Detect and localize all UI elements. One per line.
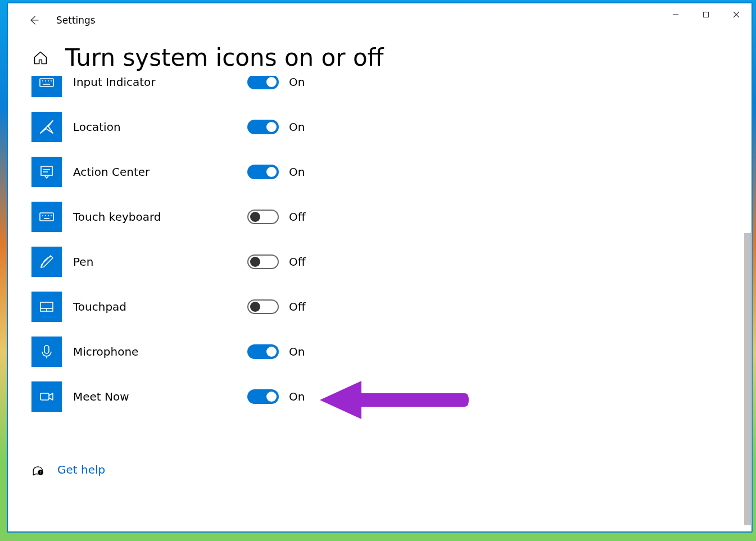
setting-row: TouchpadOff <box>31 292 752 322</box>
setting-label: Touch keyboard <box>73 210 247 224</box>
toggle-knob <box>250 302 260 312</box>
toggle-switch[interactable] <box>247 344 279 359</box>
toggle-state-label: Off <box>289 210 306 224</box>
home-button[interactable] <box>31 49 49 67</box>
toggle-switch[interactable] <box>247 165 279 179</box>
toggle-state-label: On <box>289 165 305 179</box>
content-scroll-area[interactable]: Input IndicatorOnLocationOnAction Center… <box>8 76 752 531</box>
maximize-button[interactable] <box>691 3 721 26</box>
pen-icon <box>31 247 62 277</box>
setting-row: Input IndicatorOn <box>31 76 752 97</box>
toggle-state-label: On <box>289 76 305 89</box>
microphone-icon <box>31 337 62 367</box>
help-icon <box>31 462 46 477</box>
toggle-switch[interactable] <box>247 76 279 89</box>
svg-rect-1 <box>704 12 709 17</box>
toggle-group: On <box>247 76 305 89</box>
toggle-state-label: Off <box>289 255 306 269</box>
meet-now-icon <box>31 381 62 412</box>
toggle-group: Off <box>247 210 306 224</box>
toggle-state-label: On <box>289 390 305 403</box>
get-help-link[interactable]: Get help <box>57 463 105 476</box>
touch-keyboard-icon <box>31 202 62 232</box>
setting-label: Location <box>73 120 247 134</box>
scrollbar-track[interactable] <box>744 76 752 531</box>
action-center-icon <box>31 157 62 187</box>
toggle-state-label: On <box>289 120 305 134</box>
scrollbar-thumb[interactable] <box>744 233 751 525</box>
toggle-knob <box>266 77 277 87</box>
toggle-switch[interactable] <box>247 389 279 404</box>
toggle-knob <box>250 257 260 267</box>
toggle-switch[interactable] <box>247 120 279 134</box>
toggle-knob <box>266 167 277 177</box>
toggle-switch[interactable] <box>247 299 279 314</box>
toggle-group: Off <box>247 299 306 314</box>
window-controls <box>660 3 752 26</box>
back-button[interactable] <box>24 10 44 30</box>
toggle-group: On <box>247 165 305 179</box>
setting-row: Touch keyboardOff <box>31 202 752 232</box>
toggle-knob <box>266 122 277 132</box>
toggle-group: On <box>247 389 305 404</box>
setting-row: MicrophoneOn <box>31 337 752 367</box>
toggle-group: Off <box>247 254 306 269</box>
home-icon <box>33 50 48 66</box>
toggle-knob <box>266 347 277 357</box>
setting-label: Input Indicator <box>73 76 247 89</box>
maximize-icon <box>703 11 709 18</box>
toggle-switch[interactable] <box>247 210 279 224</box>
setting-label: Pen <box>73 255 247 269</box>
location-icon <box>31 112 62 142</box>
page-title: Turn system icons on or off <box>65 44 384 71</box>
settings-list: Input IndicatorOnLocationOnAction Center… <box>31 76 752 499</box>
toggle-switch[interactable] <box>247 254 279 269</box>
setting-label: Microphone <box>73 345 247 358</box>
settings-window: Settings Turn system icons on or off <box>7 2 753 533</box>
arrow-left-icon <box>28 15 39 26</box>
close-button[interactable] <box>721 3 752 26</box>
setting-row: LocationOn <box>31 112 752 142</box>
toggle-knob <box>266 392 277 402</box>
minimize-icon <box>672 11 679 18</box>
toggle-state-label: Off <box>289 300 306 313</box>
close-icon <box>733 11 740 18</box>
setting-label: Action Center <box>73 165 247 179</box>
setting-row: Action CenterOn <box>31 157 752 187</box>
toggle-group: On <box>247 120 305 134</box>
minimize-button[interactable] <box>660 3 691 26</box>
app-title: Settings <box>56 15 96 26</box>
help-row: Get help <box>31 462 752 477</box>
page-header: Turn system icons on or off <box>8 37 752 76</box>
toggle-group: On <box>247 344 305 359</box>
toggle-knob <box>250 212 260 222</box>
touchpad-icon <box>31 292 62 322</box>
setting-label: Meet Now <box>73 390 247 403</box>
toggle-state-label: On <box>289 345 305 358</box>
setting-row: Meet NowOn <box>31 381 752 412</box>
setting-row: PenOff <box>31 247 752 277</box>
keyboard-icon <box>31 76 62 97</box>
setting-label: Touchpad <box>73 300 247 313</box>
title-bar: Settings <box>8 3 752 37</box>
